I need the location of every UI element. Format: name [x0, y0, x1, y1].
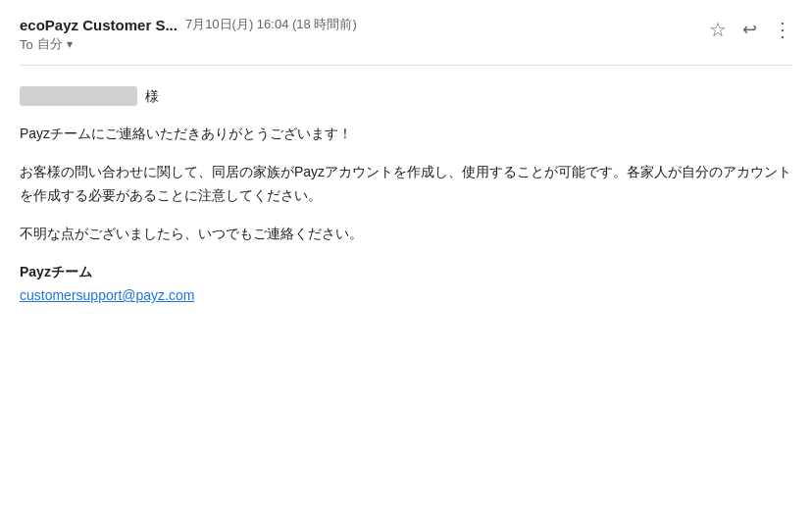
paragraph-main: お客様の問い合わせに関して、同居の家族がPayzアカウントを作成し、使用すること…	[20, 161, 792, 206]
to-label: To	[20, 37, 33, 52]
header-divider	[20, 65, 792, 66]
reply-icon[interactable]: ↩	[742, 19, 757, 40]
star-icon[interactable]: ☆	[709, 18, 727, 41]
email-header-right: ☆ ↩ ⋮	[709, 18, 792, 41]
paragraph-closing: 不明な点がございましたら、いつでもご連絡ください。	[20, 223, 792, 245]
email-date: 7月10日(月) 16:04 (18 時間前)	[185, 16, 357, 33]
to-line: To 自分 ▾	[20, 35, 357, 53]
email-header-left: ecoPayz Customer S... 7月10日(月) 16:04 (18…	[20, 16, 357, 53]
dropdown-arrow-icon[interactable]: ▾	[67, 37, 73, 51]
to-recipient: 自分	[37, 35, 63, 53]
sender-name: ecoPayz Customer S...	[20, 17, 178, 33]
signature-name: Payzチーム	[20, 261, 792, 282]
recipient-name-block: 様	[20, 85, 792, 107]
paragraph-greeting: Payzチームにご連絡いただきありがとうございます！	[20, 123, 792, 145]
sender-line: ecoPayz Customer S... 7月10日(月) 16:04 (18…	[20, 16, 357, 33]
recipient-name-redacted	[20, 86, 137, 106]
email-header: ecoPayz Customer S... 7月10日(月) 16:04 (18…	[20, 16, 792, 53]
email-body: 様 Payzチームにご連絡いただきありがとうございます！ お客様の問い合わせに関…	[20, 77, 792, 315]
signature-email-link[interactable]: customersupport@payz.com	[20, 287, 194, 303]
sama-suffix: 様	[145, 85, 159, 107]
email-container: ecoPayz Customer S... 7月10日(月) 16:04 (18…	[0, 0, 812, 330]
kebab-menu-icon[interactable]: ⋮	[773, 18, 792, 41]
